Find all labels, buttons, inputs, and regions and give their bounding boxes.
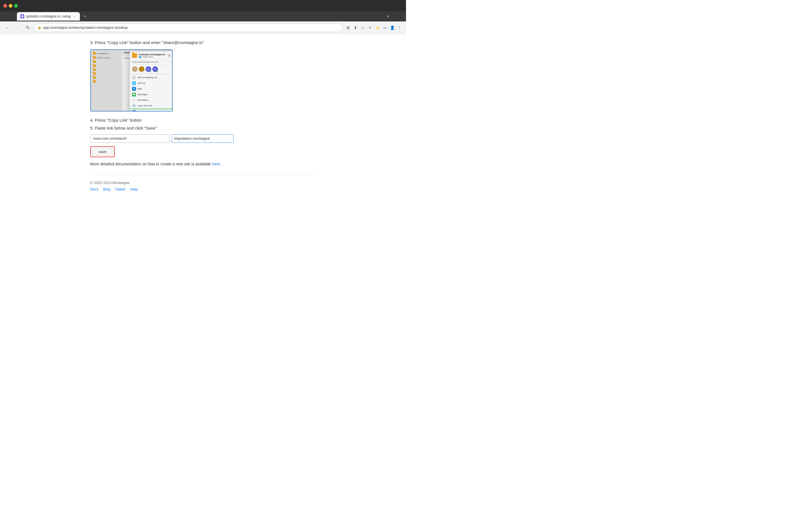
chevron-right-icon: › xyxy=(170,61,171,63)
sidebar-item-5 xyxy=(91,68,122,72)
active-tab[interactable]: qxstation.montaigne.io | setup × xyxy=(17,12,80,20)
url-input-left[interactable] xyxy=(90,134,169,143)
folder-icon-8 xyxy=(93,80,96,83)
share-menu-item-invite-link[interactable]: 🔗 Invite with Link xyxy=(130,103,173,109)
toolbar-right-icons: ⊞ ⬆ ☆ ✕ ⚡ ▭ 👤 ⋮ xyxy=(345,25,403,31)
sidebar-label-1: example.m... xyxy=(97,52,110,55)
step4-text: 4. Press "Copy Link" button xyxy=(90,117,316,124)
share-menu-item-messages[interactable]: 💬 Messages xyxy=(130,92,173,97)
online-dot-dn xyxy=(156,71,158,72)
invite-link-icon: 🔗 xyxy=(132,104,136,108)
footer: © 2022-2023 Montaigne Docs Blog Twitter … xyxy=(90,175,316,197)
reading-list-icon: + xyxy=(132,76,136,80)
docs-text-suffix: . xyxy=(220,162,221,166)
share-menu-items: + Add to Reading List ◎ AirDrop ✉ Mail xyxy=(130,74,173,112)
docs-text: More detailed documentation on how to cr… xyxy=(90,162,316,166)
messages-label: Messages xyxy=(138,93,148,96)
step3-text: 3. Press "Copy Link" button and enter "s… xyxy=(90,40,316,46)
sidebar-item-2: demo.monta... xyxy=(91,55,122,59)
address-text: app.montaigne.io/sites/qxstation.montaig… xyxy=(43,26,128,30)
translate-icon[interactable]: ⊞ xyxy=(345,25,351,31)
address-bar[interactable]: 🔒 app.montaigne.io/sites/qxstation.monta… xyxy=(34,24,343,32)
url-input-right[interactable] xyxy=(172,134,234,143)
docs-here-link[interactable]: here xyxy=(212,162,220,166)
reload-button[interactable]: ↻ xyxy=(24,24,32,32)
tab-list-button[interactable]: ▾ xyxy=(387,14,389,18)
tab-favicon xyxy=(20,14,24,18)
finder-sidebar: example.m... demo.monta... xyxy=(91,50,122,111)
share-collaboration-label: 👥 Collaboration xyxy=(139,56,166,58)
save-button[interactable]: save xyxy=(92,147,114,156)
sidebar-label-2: demo.monta... xyxy=(97,56,111,59)
reminders-label: Reminders xyxy=(138,99,149,101)
lock-icon: 🔒 xyxy=(38,26,42,29)
share-folder-icon xyxy=(132,53,137,58)
simulator-label: Simulator xyxy=(138,111,147,112)
folder-icon-6 xyxy=(93,73,96,75)
share-menu-item-reading-list[interactable]: + Add to Reading List xyxy=(130,75,173,80)
share-menu-item-reminders[interactable]: ☰ Reminders xyxy=(130,97,173,103)
back-button[interactable]: ← xyxy=(3,24,11,32)
reminders-icon: ☰ xyxy=(132,98,136,102)
footer-link-twitter[interactable]: Twitter xyxy=(115,187,126,192)
sidebar-item-8 xyxy=(91,79,122,83)
docs-text-prefix: More detailed documentation on how to cr… xyxy=(90,162,212,166)
sidebar-item-6 xyxy=(91,72,122,75)
share-sheet-header: example.montaigne.io 👥 Collaboration 1 xyxy=(130,51,173,59)
footer-copyright: © 2022-2023 Montaigne xyxy=(90,181,316,185)
share-folder-name: example.montaigne.io xyxy=(139,53,166,56)
invite-link-label: Invite with Link xyxy=(138,104,152,107)
footer-link-docs[interactable]: Docs xyxy=(90,187,99,192)
footer-links: Docs Blog Twitter Help xyxy=(90,187,316,192)
share-menu-item-simulator[interactable]: ▶ Simulator xyxy=(130,110,173,112)
folder-icon-7 xyxy=(93,77,96,79)
svg-point-0 xyxy=(21,15,24,17)
input-row xyxy=(90,134,316,143)
mail-label: Mail xyxy=(138,87,142,90)
online-dot-2 xyxy=(143,71,144,72)
traffic-lights xyxy=(3,4,18,8)
online-dot-1 xyxy=(136,71,138,72)
avatar-dn: DN xyxy=(152,66,158,72)
avatar-2 xyxy=(139,66,144,72)
minimize-traffic-light[interactable] xyxy=(9,4,12,8)
save-button-wrapper: save xyxy=(90,146,115,157)
tab-close-button[interactable]: × xyxy=(73,14,77,18)
finder-background: example.m... demo.monta... xyxy=(91,50,172,111)
share-permission-row: Only invited people can edit. › xyxy=(130,59,173,65)
folder-icon-1 xyxy=(93,52,96,54)
maximize-traffic-light[interactable] xyxy=(14,4,18,8)
share-icon[interactable]: ⬆ xyxy=(352,25,359,31)
footer-link-blog[interactable]: Blog xyxy=(103,187,110,192)
profile-icon[interactable]: 👤 xyxy=(389,25,395,31)
reading-list-label: Add to Reading List xyxy=(138,76,157,79)
sidebar-item-1: example.m... xyxy=(91,52,122,55)
folder-icon-4 xyxy=(93,65,96,67)
folder-icon-5 xyxy=(93,69,96,71)
extensions-icon[interactable]: ⚡ xyxy=(374,25,380,31)
tab-label: qxstation.montaigne.io | setup xyxy=(26,14,71,18)
airdrop-label: AirDrop xyxy=(138,82,145,84)
menu-icon[interactable]: ⋮ xyxy=(396,25,403,31)
avatar-1 xyxy=(132,66,138,72)
bookmark-icon[interactable]: ☆ xyxy=(360,25,366,31)
close-button[interactable]: ✕ xyxy=(367,25,373,31)
share-menu-item-airdrop[interactable]: ◎ AirDrop xyxy=(130,80,173,86)
browser-titlebar xyxy=(0,0,406,11)
folder-icon-2 xyxy=(93,56,96,59)
new-tab-button[interactable]: + xyxy=(81,12,89,20)
share-menu-item-mail[interactable]: ✉ Mail xyxy=(130,86,173,92)
screenshot-container: example.m... demo.monta... xyxy=(90,49,173,112)
online-dot-rb xyxy=(150,71,151,72)
page-content: 3. Press "Copy Link" button and enter "s… xyxy=(90,34,316,203)
permission-text: Only invited people can edit. xyxy=(132,61,159,63)
forward-button[interactable]: → xyxy=(13,24,21,32)
share-sheet: example.montaigne.io 👥 Collaboration 1 O… xyxy=(130,51,173,112)
sidebar-item-4 xyxy=(91,64,122,68)
close-traffic-light[interactable] xyxy=(3,4,7,8)
sidebar-icon[interactable]: ▭ xyxy=(382,25,388,31)
share-avatars: RB DN xyxy=(130,65,173,74)
avatar-rb: RB xyxy=(146,66,151,72)
footer-link-help[interactable]: Help xyxy=(130,187,138,192)
people-icon: 👥 xyxy=(139,56,141,58)
